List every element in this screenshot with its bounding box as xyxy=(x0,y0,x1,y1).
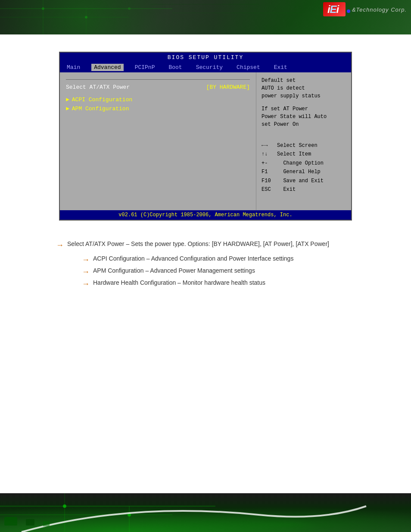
bios-help-text-2: If set AT PowerPower State will Autoset … xyxy=(262,105,346,128)
bios-right-panel: Default setAUTO is detectpower supply st… xyxy=(256,72,351,210)
menu-pcipnp[interactable]: PCIPnP xyxy=(132,64,158,71)
bios-footer: v02.61 (C)Copyright 1985-2006, American … xyxy=(60,210,351,220)
arrow-icon-1: → xyxy=(56,241,64,250)
menu-chipset[interactable]: Chipset xyxy=(234,64,263,71)
logo-area: iEi &Technology Corp. xyxy=(323,3,407,16)
apm-arrow-icon: ► xyxy=(66,106,69,112)
at-atx-power-value: [BY HARDWARE] xyxy=(206,84,250,90)
sub-arrow-item-3: → Hardware Health Configuration – Monito… xyxy=(82,279,355,289)
apm-config-label: APM Configuration xyxy=(72,106,129,112)
key-change-option: +- Change Option xyxy=(262,159,346,168)
key-select-item: ↑↓ Select Item xyxy=(262,150,346,159)
body-arrow-item-1: → Select AT/ATX Power – Sets the power t… xyxy=(56,240,355,250)
bios-title: BIOS SETUP UTILITY xyxy=(60,53,351,62)
svg-point-5 xyxy=(85,16,87,19)
top-banner: iEi &Technology Corp. xyxy=(0,0,411,34)
sub-arrow-item-2: → APM Configuration – Advanced Power Man… xyxy=(82,267,355,277)
acpi-config-item[interactable]: ► ACPI Configuration xyxy=(66,96,250,103)
at-atx-power-label: Select AT/ATX Power xyxy=(66,84,130,90)
key-esc-exit: ESC Exit xyxy=(262,185,346,194)
sub-arrow-item-1: → ACPI Configuration – Advanced Configur… xyxy=(82,255,355,264)
sub-text-2: APM Configuration – Advanced Power Manag… xyxy=(93,267,255,274)
key-save-exit: F10 Save and Exit xyxy=(262,177,346,185)
key-select-screen: ←→ Select Screen xyxy=(262,141,346,150)
bottom-banner xyxy=(0,493,411,532)
menu-boot[interactable]: Boot xyxy=(166,64,184,71)
bios-help-text-1: Default setAUTO is detectpower supply st… xyxy=(262,77,346,100)
svg-rect-15 xyxy=(4,517,17,526)
sub-arrow-icon-2: → xyxy=(82,268,90,277)
svg-rect-17 xyxy=(43,521,50,526)
bios-left-panel: Select AT/ATX Power [BY HARDWARE] ► ACPI… xyxy=(60,72,256,210)
svg-point-13 xyxy=(63,504,66,508)
at-atx-power-row[interactable]: Select AT/ATX Power [BY HARDWARE] xyxy=(66,84,250,90)
bios-screen: BIOS SETUP UTILITY Main Advanced PCIPnP … xyxy=(59,52,352,221)
menu-exit[interactable]: Exit xyxy=(271,64,290,71)
bios-key-help: ←→ Select Screen ↑↓ Select Item +- Chang… xyxy=(262,141,346,194)
iei-logo: iEi xyxy=(323,3,350,16)
bios-menu-bar: Main Advanced PCIPnP Boot Security Chips… xyxy=(60,62,351,72)
svg-point-6 xyxy=(128,7,131,10)
key-general-help: F1 General Help xyxy=(262,168,346,176)
sub-text-1: ACPI Configuration – Advanced Configurat… xyxy=(93,255,293,262)
body-text-1: Select AT/ATX Power – Sets the power typ… xyxy=(67,240,329,247)
acpi-config-label: ACPI Configuration xyxy=(72,96,132,103)
sub-text-3: Hardware Health Configuration – Monitor … xyxy=(93,279,265,286)
menu-advanced[interactable]: Advanced xyxy=(91,64,123,71)
apm-config-item[interactable]: ► APM Configuration xyxy=(66,106,250,112)
menu-main[interactable]: Main xyxy=(64,64,83,71)
logo-tagline: &Technology Corp. xyxy=(352,6,407,13)
sub-arrow-icon-1: → xyxy=(82,255,90,264)
menu-security[interactable]: Security xyxy=(193,64,225,71)
svg-rect-16 xyxy=(26,519,34,526)
sub-arrow-icon-3: → xyxy=(82,280,90,289)
bios-body: Select AT/ATX Power [BY HARDWARE] ► ACPI… xyxy=(60,72,351,210)
svg-point-4 xyxy=(42,7,44,10)
acpi-arrow-icon: ► xyxy=(66,96,69,103)
